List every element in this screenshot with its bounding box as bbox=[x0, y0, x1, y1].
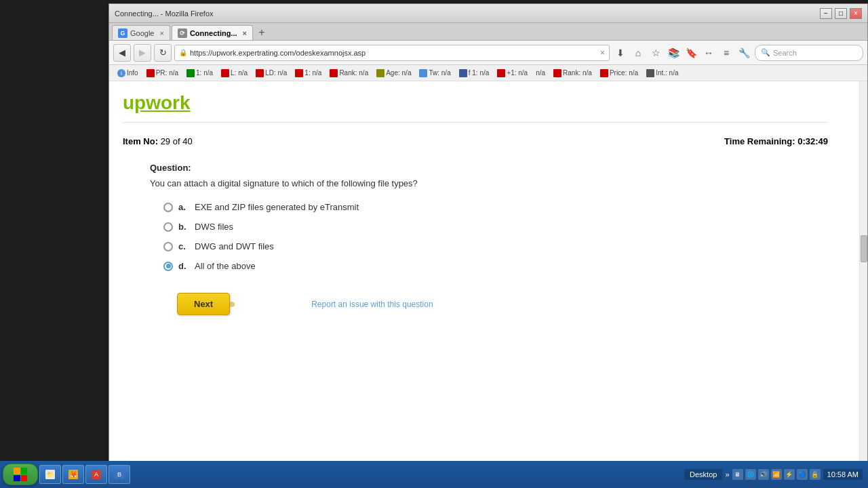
refresh-button[interactable]: ↻ bbox=[154, 44, 172, 62]
option-c[interactable]: c. DWG and DWT files bbox=[163, 241, 828, 251]
bookmark-na[interactable]: n/a bbox=[533, 67, 548, 79]
tray-icons: 🖥 🌐 🔊 📶 ⚡ 🔵 🔒 bbox=[732, 469, 821, 480]
bookmark-rank2-label: Rank: n/a bbox=[563, 69, 592, 77]
tab-connecting-close[interactable]: × bbox=[243, 29, 247, 37]
tab-google[interactable]: G Google × bbox=[112, 25, 170, 40]
back-button[interactable]: ◀ bbox=[113, 44, 131, 62]
menu-icon[interactable]: ≡ bbox=[718, 45, 734, 61]
bookmark-plus1[interactable]: +1: n/a bbox=[494, 67, 530, 79]
bookmark-tw-label: Tw: n/a bbox=[429, 69, 450, 77]
home-icon[interactable]: ⌂ bbox=[630, 45, 646, 61]
search-icon: 🔍 bbox=[761, 48, 770, 57]
start-button[interactable] bbox=[3, 464, 38, 485]
address-bar[interactable]: 🔒 https://upwork.expertrating.com/odeske… bbox=[174, 45, 610, 61]
tab-connecting[interactable]: ⟳ Connecting... × bbox=[172, 25, 253, 40]
next-button[interactable]: Next bbox=[177, 293, 230, 315]
bookmark-1[interactable]: 1: n/a bbox=[184, 67, 216, 79]
win-quad-4 bbox=[21, 475, 28, 482]
new-tab-button[interactable]: + bbox=[254, 25, 269, 40]
tray-icon-4[interactable]: 📶 bbox=[771, 469, 782, 480]
tray-icon-2[interactable]: 🌐 bbox=[745, 469, 756, 480]
tw-icon bbox=[419, 69, 427, 77]
question-label: Question: bbox=[150, 163, 828, 173]
scrollbar[interactable] bbox=[859, 81, 867, 464]
radio-d[interactable] bbox=[163, 262, 173, 271]
scrollbar-thumb[interactable] bbox=[861, 235, 867, 262]
taskbar-item-app1[interactable]: A bbox=[85, 465, 107, 484]
bookmark-plus1-label: +1: n/a bbox=[507, 69, 528, 77]
tray-icon-1[interactable]: 🖥 bbox=[732, 469, 743, 480]
tab-google-close[interactable]: × bbox=[159, 29, 163, 37]
na-label: n/a bbox=[536, 69, 545, 77]
settings-icon[interactable]: 🔧 bbox=[736, 45, 752, 61]
time-remaining-label: Time Remaining: bbox=[724, 136, 797, 146]
tray-icon-6[interactable]: 🔵 bbox=[797, 469, 808, 480]
bookmark-fb[interactable]: f 1: n/a bbox=[456, 67, 492, 79]
option-b[interactable]: b. DWS files bbox=[163, 222, 828, 232]
bookmark-star-icon[interactable]: ☆ bbox=[648, 45, 664, 61]
lock-icon: 🔒 bbox=[179, 49, 187, 56]
maximize-button[interactable]: □ bbox=[835, 8, 847, 19]
bookmark-l[interactable]: L: n/a bbox=[218, 67, 250, 79]
report-issue-link[interactable]: Report an issue with this question bbox=[311, 300, 433, 309]
search-placeholder: Search bbox=[773, 49, 797, 57]
bookmark-age-label: Age: n/a bbox=[386, 69, 411, 77]
bookmark-fb-label: f 1: n/a bbox=[469, 69, 490, 77]
bookmark-age[interactable]: Age: n/a bbox=[374, 67, 414, 79]
question-text: You can attach a digital signature to wh… bbox=[150, 178, 828, 188]
option-a-letter: a. bbox=[178, 202, 189, 212]
system-clock: 10:58 AM bbox=[823, 469, 863, 480]
action-area: Next Report an issue with this question bbox=[150, 293, 828, 315]
option-b-letter: b. bbox=[178, 222, 189, 232]
address-clear-icon[interactable]: × bbox=[600, 48, 605, 58]
bookmark-ld[interactable]: LD: n/a bbox=[253, 67, 290, 79]
bookmark-2[interactable]: 1: n/a bbox=[292, 67, 324, 79]
address-text: https://upwork.expertrating.com/odeskexa… bbox=[190, 49, 597, 57]
ld-icon bbox=[256, 69, 264, 77]
search-bar[interactable]: 🔍 Search bbox=[755, 45, 863, 61]
desktop-label[interactable]: Desktop bbox=[684, 469, 722, 480]
download-icon[interactable]: ⬇ bbox=[612, 45, 629, 61]
option-c-text: DWG and DWT files bbox=[195, 241, 274, 251]
taskbar-item-app2[interactable]: B bbox=[108, 465, 130, 484]
taskbar: 📁 🦊 A B Desktop » 🖥 🌐 🔊 📶 ⚡ 🔵 🔒 10:58 AM bbox=[0, 461, 868, 488]
bookmark-l-label: L: n/a bbox=[231, 69, 248, 77]
forward-button[interactable]: ▶ bbox=[134, 44, 151, 62]
option-b-text: DWS files bbox=[195, 222, 233, 232]
radio-b[interactable] bbox=[163, 222, 173, 232]
browser-window: Connecting... - Mozilla Firefox − □ × G … bbox=[108, 3, 868, 478]
bookmarks-icon[interactable]: 📚 bbox=[665, 45, 682, 61]
bookmark-rank2[interactable]: Rank: n/a bbox=[551, 67, 595, 79]
sync-icon[interactable]: ↔ bbox=[701, 45, 717, 61]
bookmark-info[interactable]: i Info bbox=[115, 67, 141, 79]
nav-icons: ⬇ ⌂ ☆ 📚 🔖 ↔ ≡ 🔧 bbox=[612, 45, 752, 61]
radio-a[interactable] bbox=[163, 203, 173, 212]
win-quad-3 bbox=[14, 475, 20, 482]
bookmark1-icon bbox=[186, 69, 195, 77]
minimize-button[interactable]: − bbox=[820, 8, 832, 19]
nav-bar: ◀ ▶ ↻ 🔒 https://upwork.expertrating.com/… bbox=[109, 41, 867, 65]
int-icon bbox=[646, 69, 654, 77]
bookmark-int[interactable]: Int.: n/a bbox=[644, 67, 681, 79]
fb-icon bbox=[459, 69, 467, 77]
option-a[interactable]: a. EXE and ZIP files generated by eTrans… bbox=[163, 202, 828, 212]
bookmark-rank[interactable]: Rank: n/a bbox=[327, 67, 371, 79]
taskbar-item-browser[interactable]: 🦊 bbox=[62, 465, 84, 484]
tray-icon-5[interactable]: ⚡ bbox=[784, 469, 795, 480]
tray-icon-7[interactable]: 🔒 bbox=[810, 469, 821, 480]
taskbar-files-icon: 📁 bbox=[45, 470, 55, 479]
option-d[interactable]: d. All of the above bbox=[163, 261, 828, 271]
bookmark-pr[interactable]: PR: n/a bbox=[144, 67, 181, 79]
option-a-text: EXE and ZIP files generated by eTransmit bbox=[195, 202, 359, 212]
pr-icon bbox=[146, 69, 155, 77]
bookmark-price[interactable]: Price: n/a bbox=[597, 67, 641, 79]
taskbar-item-files[interactable]: 📁 bbox=[39, 465, 61, 484]
info-icon: i bbox=[117, 69, 125, 77]
history-icon[interactable]: 🔖 bbox=[683, 45, 699, 61]
win-quad-1 bbox=[14, 468, 20, 474]
close-button[interactable]: × bbox=[850, 8, 862, 19]
bookmark-tw[interactable]: Tw: n/a bbox=[416, 67, 453, 79]
upwork-logo-text: upwork bbox=[123, 92, 191, 113]
tray-icon-3[interactable]: 🔊 bbox=[758, 469, 769, 480]
radio-c[interactable] bbox=[163, 242, 173, 251]
